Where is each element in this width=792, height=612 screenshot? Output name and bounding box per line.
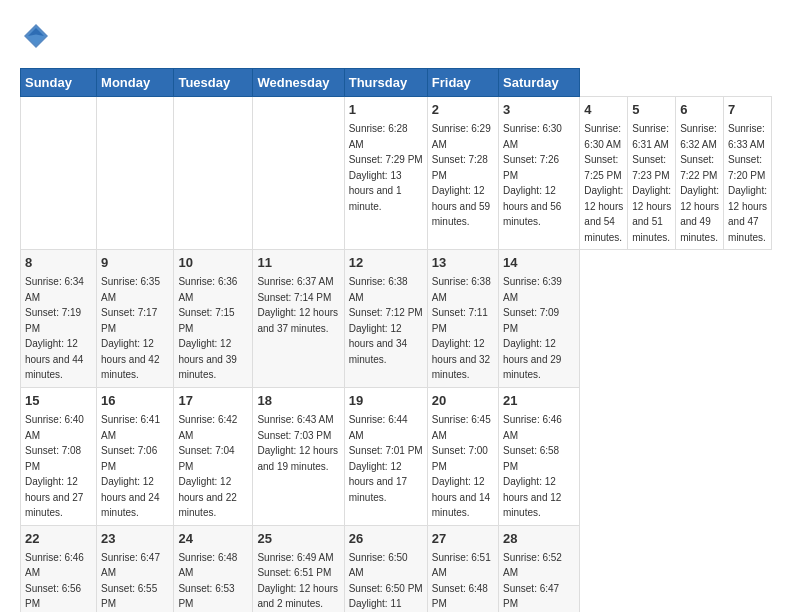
day-number: 28 [503,530,575,548]
calendar-header-friday: Friday [427,69,498,97]
calendar-cell: 27 Sunrise: 6:51 AMSunset: 6:48 PMDaylig… [427,525,498,612]
day-number: 13 [432,254,494,272]
calendar-cell [21,97,97,250]
day-info: Sunrise: 6:41 AMSunset: 7:06 PMDaylight:… [101,414,160,518]
day-info: Sunrise: 6:46 AMSunset: 6:58 PMDaylight:… [503,414,562,518]
day-info: Sunrise: 6:52 AMSunset: 6:47 PMDaylight:… [503,552,562,612]
calendar-week-2: 8 Sunrise: 6:34 AMSunset: 7:19 PMDayligh… [21,250,772,388]
day-info: Sunrise: 6:50 AMSunset: 6:50 PMDaylight:… [349,552,423,612]
calendar-cell: 1 Sunrise: 6:28 AMSunset: 7:29 PMDayligh… [344,97,427,250]
day-number: 9 [101,254,169,272]
day-number: 7 [728,101,767,119]
calendar-cell: 23 Sunrise: 6:47 AMSunset: 6:55 PMDaylig… [97,525,174,612]
day-number: 15 [25,392,92,410]
day-info: Sunrise: 6:49 AMSunset: 6:51 PMDaylight:… [257,552,338,610]
day-info: Sunrise: 6:48 AMSunset: 6:53 PMDaylight:… [178,552,237,612]
day-number: 10 [178,254,248,272]
day-number: 8 [25,254,92,272]
calendar-cell [97,97,174,250]
day-info: Sunrise: 6:30 AMSunset: 7:25 PMDaylight:… [584,123,623,243]
calendar-cell: 22 Sunrise: 6:46 AMSunset: 6:56 PMDaylig… [21,525,97,612]
day-number: 26 [349,530,423,548]
calendar-cell: 20 Sunrise: 6:45 AMSunset: 7:00 PMDaylig… [427,387,498,525]
calendar-header-tuesday: Tuesday [174,69,253,97]
day-number: 24 [178,530,248,548]
day-number: 1 [349,101,423,119]
calendar-cell: 18 Sunrise: 6:43 AMSunset: 7:03 PMDaylig… [253,387,344,525]
calendar-week-4: 22 Sunrise: 6:46 AMSunset: 6:56 PMDaylig… [21,525,772,612]
day-number: 2 [432,101,494,119]
calendar-header-saturday: Saturday [499,69,580,97]
calendar-cell: 26 Sunrise: 6:50 AMSunset: 6:50 PMDaylig… [344,525,427,612]
day-number: 11 [257,254,339,272]
day-info: Sunrise: 6:32 AMSunset: 7:22 PMDaylight:… [680,123,719,243]
day-info: Sunrise: 6:37 AMSunset: 7:14 PMDaylight:… [257,276,338,334]
calendar-header-thursday: Thursday [344,69,427,97]
logo [20,20,56,52]
day-info: Sunrise: 6:40 AMSunset: 7:08 PMDaylight:… [25,414,84,518]
day-number: 5 [632,101,671,119]
day-info: Sunrise: 6:31 AMSunset: 7:23 PMDaylight:… [632,123,671,243]
calendar-cell: 25 Sunrise: 6:49 AMSunset: 6:51 PMDaylig… [253,525,344,612]
calendar-header-wednesday: Wednesday [253,69,344,97]
day-number: 4 [584,101,623,119]
day-number: 22 [25,530,92,548]
calendar-header-monday: Monday [97,69,174,97]
page-header [20,20,772,52]
day-number: 20 [432,392,494,410]
calendar-cell: 19 Sunrise: 6:44 AMSunset: 7:01 PMDaylig… [344,387,427,525]
calendar-cell: 28 Sunrise: 6:52 AMSunset: 6:47 PMDaylig… [499,525,580,612]
calendar-cell: 17 Sunrise: 6:42 AMSunset: 7:04 PMDaylig… [174,387,253,525]
calendar-body: 1 Sunrise: 6:28 AMSunset: 7:29 PMDayligh… [21,97,772,613]
calendar-cell: 21 Sunrise: 6:46 AMSunset: 6:58 PMDaylig… [499,387,580,525]
calendar-header-row: SundayMondayTuesdayWednesdayThursdayFrid… [21,69,772,97]
day-number: 16 [101,392,169,410]
day-info: Sunrise: 6:44 AMSunset: 7:01 PMDaylight:… [349,414,423,503]
calendar-cell [253,97,344,250]
calendar-cell: 10 Sunrise: 6:36 AMSunset: 7:15 PMDaylig… [174,250,253,388]
logo-icon [20,20,52,52]
calendar-week-1: 1 Sunrise: 6:28 AMSunset: 7:29 PMDayligh… [21,97,772,250]
calendar-cell: 9 Sunrise: 6:35 AMSunset: 7:17 PMDayligh… [97,250,174,388]
calendar-table: SundayMondayTuesdayWednesdayThursdayFrid… [20,68,772,612]
calendar-cell: 2 Sunrise: 6:29 AMSunset: 7:28 PMDayligh… [427,97,498,250]
calendar-cell: 16 Sunrise: 6:41 AMSunset: 7:06 PMDaylig… [97,387,174,525]
calendar-cell: 11 Sunrise: 6:37 AMSunset: 7:14 PMDaylig… [253,250,344,388]
day-info: Sunrise: 6:30 AMSunset: 7:26 PMDaylight:… [503,123,562,227]
calendar-cell: 6 Sunrise: 6:32 AMSunset: 7:22 PMDayligh… [676,97,724,250]
day-number: 27 [432,530,494,548]
day-info: Sunrise: 6:39 AMSunset: 7:09 PMDaylight:… [503,276,562,380]
calendar-cell: 12 Sunrise: 6:38 AMSunset: 7:12 PMDaylig… [344,250,427,388]
day-number: 21 [503,392,575,410]
calendar-cell: 4 Sunrise: 6:30 AMSunset: 7:25 PMDayligh… [580,97,628,250]
calendar-cell: 3 Sunrise: 6:30 AMSunset: 7:26 PMDayligh… [499,97,580,250]
calendar-cell: 7 Sunrise: 6:33 AMSunset: 7:20 PMDayligh… [724,97,772,250]
day-number: 19 [349,392,423,410]
day-info: Sunrise: 6:38 AMSunset: 7:11 PMDaylight:… [432,276,491,380]
day-number: 17 [178,392,248,410]
calendar-cell: 8 Sunrise: 6:34 AMSunset: 7:19 PMDayligh… [21,250,97,388]
day-info: Sunrise: 6:34 AMSunset: 7:19 PMDaylight:… [25,276,84,380]
day-info: Sunrise: 6:38 AMSunset: 7:12 PMDaylight:… [349,276,423,365]
day-info: Sunrise: 6:43 AMSunset: 7:03 PMDaylight:… [257,414,338,472]
day-info: Sunrise: 6:29 AMSunset: 7:28 PMDaylight:… [432,123,491,227]
day-number: 6 [680,101,719,119]
day-info: Sunrise: 6:45 AMSunset: 7:00 PMDaylight:… [432,414,491,518]
day-info: Sunrise: 6:42 AMSunset: 7:04 PMDaylight:… [178,414,237,518]
day-number: 25 [257,530,339,548]
calendar-header-sunday: Sunday [21,69,97,97]
calendar-cell: 15 Sunrise: 6:40 AMSunset: 7:08 PMDaylig… [21,387,97,525]
calendar-cell [174,97,253,250]
day-number: 18 [257,392,339,410]
day-info: Sunrise: 6:36 AMSunset: 7:15 PMDaylight:… [178,276,237,380]
day-number: 12 [349,254,423,272]
day-info: Sunrise: 6:33 AMSunset: 7:20 PMDaylight:… [728,123,767,243]
calendar-cell: 13 Sunrise: 6:38 AMSunset: 7:11 PMDaylig… [427,250,498,388]
calendar-week-3: 15 Sunrise: 6:40 AMSunset: 7:08 PMDaylig… [21,387,772,525]
day-info: Sunrise: 6:47 AMSunset: 6:55 PMDaylight:… [101,552,160,612]
day-info: Sunrise: 6:51 AMSunset: 6:48 PMDaylight:… [432,552,491,612]
day-info: Sunrise: 6:35 AMSunset: 7:17 PMDaylight:… [101,276,160,380]
calendar-cell: 14 Sunrise: 6:39 AMSunset: 7:09 PMDaylig… [499,250,580,388]
calendar-cell: 5 Sunrise: 6:31 AMSunset: 7:23 PMDayligh… [628,97,676,250]
day-number: 14 [503,254,575,272]
